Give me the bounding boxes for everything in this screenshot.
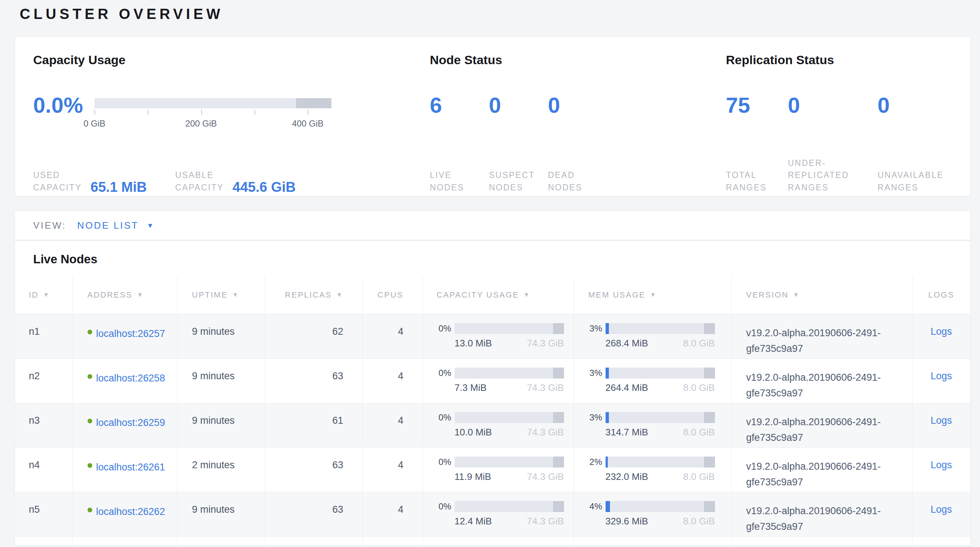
column-header-cpus[interactable]: CPUS (363, 276, 423, 314)
capacity-usage-section: Capacity Usage 0.0% 0 GiB 200 GiB 400 Gi… (33, 51, 430, 196)
node-uptime: 9 minutes (177, 403, 265, 447)
memory-meter-end-segment (704, 412, 715, 423)
node-version: v19.2.0-alpha.20190606-2491-gfe735c9a97 (731, 358, 912, 403)
logs-link[interactable]: Logs (931, 504, 952, 515)
capacity-meter (455, 456, 564, 467)
column-header-logs: LOGS (912, 276, 970, 314)
node-cpus: 4 (363, 314, 423, 358)
node-version: v19.2.0-alpha.20190606-2491-gfe735c9a97 (731, 403, 912, 447)
node-capacity-usage: 0% 7.3 MiB74.3 GiB (423, 358, 573, 403)
table-row: n3 localhost:26259 9 minutes 61 4 0% 10.… (15, 403, 970, 447)
node-mem-usage: 3% 314.7 MiB8.0 GiB (573, 403, 731, 447)
memory-meter-end-segment (704, 323, 715, 334)
logs-link[interactable]: Logs (931, 415, 952, 426)
column-header-capacity-usage[interactable]: CAPACITY USAGE▼ (423, 276, 573, 314)
total-ranges-metric: 75 TOTAL RANGES (726, 90, 788, 194)
memory-meter-end-segment (704, 367, 715, 378)
node-uptime: 2 minutes (177, 447, 265, 492)
usable-capacity-label: CAPACITY (175, 181, 224, 194)
view-selector-dropdown[interactable]: NODE LIST ▼ (77, 220, 154, 231)
node-address-link[interactable]: localhost:26261 (96, 460, 170, 475)
sort-arrow-icon: ▼ (137, 291, 144, 298)
column-header-address[interactable]: ADDRESS▼ (73, 276, 177, 314)
usable-capacity-stat: USABLE CAPACITY 445.6 GiB (175, 169, 296, 194)
dead-nodes-metric: 0 DEAD NODES (548, 90, 607, 194)
logs-link[interactable]: Logs (931, 460, 952, 471)
view-label: VIEW: (33, 220, 66, 231)
memory-meter-end-segment (704, 456, 715, 467)
memory-meter (606, 367, 715, 378)
usable-capacity-value: 445.6 GiB (232, 180, 296, 194)
capacity-meter-end-segment (553, 323, 564, 334)
capacity-meter-end-segment (553, 367, 564, 378)
node-status-section: Node Status 6 LIVE NODES 0 SUSPECT NODES… (430, 51, 726, 196)
memory-meter-end-segment (704, 501, 715, 512)
node-cpus: 4 (363, 447, 423, 492)
view-bar: VIEW: NODE LIST ▼ (14, 211, 970, 240)
node-id: n5 (15, 492, 73, 536)
node-capacity-usage: 0% 10.0 MiB74.3 GiB (423, 403, 573, 447)
axis-tick (255, 110, 255, 115)
view-selected-option: NODE LIST (77, 220, 139, 231)
node-capacity-usage: 0% 11.9 MiB74.3 GiB (423, 447, 573, 492)
capacity-meter (455, 367, 564, 378)
sort-arrow-icon: ▼ (793, 291, 800, 298)
node-capacity-usage: 0% 13.0 MiB74.3 GiB (423, 314, 573, 358)
sort-arrow-icon: ▼ (523, 291, 530, 298)
table-header-row: ID▼ ADDRESS▼ UPTIME▼ REPLICAS▼ CPUS CAPA… (15, 276, 970, 314)
column-header-mem-usage[interactable]: MEM USAGE▼ (573, 276, 731, 314)
node-mem-usage: 3% 268.4 MiB8.0 GiB (573, 314, 731, 358)
node-capacity-usage: 0% 12.4 MiB74.3 GiB (423, 492, 573, 536)
capacity-usage-chart: 0 GiB 200 GiB 400 GiB (94, 98, 331, 135)
axis-tick (201, 110, 202, 115)
memory-meter (606, 501, 715, 512)
suspect-nodes-count: 0 (489, 90, 548, 135)
logs-link[interactable]: Logs (931, 370, 952, 382)
live-nodes-metric: 6 LIVE NODES (430, 90, 489, 194)
node-id: n3 (15, 403, 73, 447)
node-address-link[interactable]: localhost:26259 (96, 415, 170, 431)
node-version: v19.2.0-alpha.20190606-2491-gfe735c9a97 (731, 492, 912, 536)
axis-tick (94, 110, 95, 115)
node-replicas: 63 (265, 358, 363, 403)
table-row: n4 localhost:26261 2 minutes 63 4 0% 11.… (15, 447, 970, 492)
unavailable-ranges-metric: 0 UNAVAILABLE RANGES (878, 90, 943, 194)
node-mem-usage: 4% 329.6 MiB8.0 GiB (573, 492, 731, 536)
node-address-link[interactable]: localhost:26257 (96, 326, 170, 342)
live-nodes-title: Live Nodes (15, 241, 970, 276)
column-header-uptime[interactable]: UPTIME▼ (177, 276, 265, 314)
table-row: n5 localhost:26262 9 minutes 63 4 0% 12.… (15, 492, 970, 536)
logs-link[interactable]: Logs (931, 326, 952, 337)
total-ranges-count: 75 (726, 90, 788, 135)
node-address-link[interactable]: localhost:26258 (96, 370, 170, 386)
used-capacity-label: USED (33, 169, 82, 181)
node-replicas: 62 (265, 314, 363, 358)
capacity-axis: 0 GiB 200 GiB 400 GiB (94, 110, 331, 132)
capacity-meter (455, 412, 564, 423)
live-nodes-count: 6 (430, 90, 489, 135)
column-header-id[interactable]: ID▼ (15, 276, 73, 314)
node-id: n1 (15, 314, 73, 358)
capacity-meter-end-segment (553, 412, 564, 423)
live-status-dot (88, 330, 92, 334)
capacity-meter (455, 501, 564, 512)
column-header-replicas[interactable]: REPLICAS▼ (265, 276, 363, 314)
node-cpus: 4 (363, 358, 423, 403)
memory-meter (606, 323, 715, 334)
node-mem-usage: 2% 232.0 MiB8.0 GiB (573, 447, 731, 492)
node-uptime: 9 minutes (177, 314, 265, 358)
node-uptime: 9 minutes (177, 358, 265, 403)
node-version: v19.2.0-alpha.20190606-2491-gfe735c9a97 (731, 447, 912, 492)
sort-arrow-icon: ▼ (336, 291, 343, 298)
usable-capacity-label: USABLE (175, 169, 224, 181)
node-address-link[interactable]: localhost:26262 (96, 504, 170, 520)
used-capacity-label: CAPACITY (33, 181, 82, 194)
node-mem-usage: 3% 264.4 MiB8.0 GiB (573, 358, 731, 403)
sort-arrow-icon: ▼ (43, 291, 50, 298)
axis-tick (308, 110, 309, 115)
column-header-version[interactable]: VERSION▼ (731, 276, 912, 314)
summary-card: Capacity Usage 0.0% 0 GiB 200 GiB 400 Gi… (14, 37, 970, 196)
memory-meter (606, 456, 715, 467)
node-replicas: 61 (265, 403, 363, 447)
capacity-usage-title: Capacity Usage (33, 51, 430, 69)
